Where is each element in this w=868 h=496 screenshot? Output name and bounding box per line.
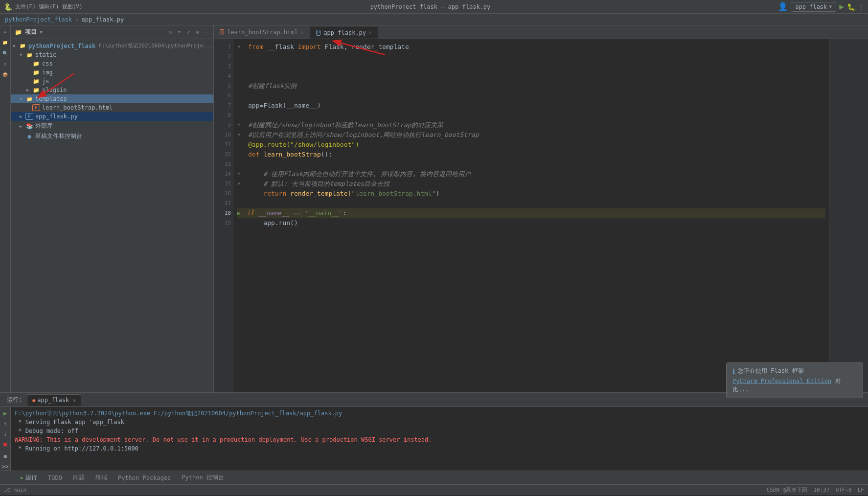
code-line-5: #创建flask实例 xyxy=(237,81,825,91)
tree-plugsin[interactable]: ▶ 📁 plugsin xyxy=(11,86,213,94)
status-time: 10:37 xyxy=(814,487,830,493)
sidebar-icon-3[interactable]: 🔍 xyxy=(1,49,10,58)
run-config-name: app_flask xyxy=(795,3,827,10)
run-config-arrow: ▼ xyxy=(829,4,832,9)
line-numbers: 1 2 3 4 5 6 7 8 9 10 11 12 13 14 15 16 1… xyxy=(214,39,233,392)
tab-python-console[interactable]: Python 控制台 xyxy=(177,472,229,484)
project-panel: 📁 项目 ▼ ⊕ ≡ ⤢ ⚙ − ▼ 📁 pythonProject_flask… xyxy=(11,25,214,392)
code-line-8 xyxy=(237,111,825,120)
expand-btn[interactable]: ⤢ xyxy=(185,28,192,36)
title-view: 视图(V) xyxy=(62,3,83,10)
tab-app-flask-label: app_flask.py xyxy=(323,29,366,36)
run-label: 运行: xyxy=(4,394,25,406)
sidebar-icon-5[interactable]: 📦 xyxy=(1,70,10,79)
tree-static[interactable]: ▼ 📁 static xyxy=(11,50,213,59)
tab-learn-bootstrap-close[interactable]: × xyxy=(301,30,304,35)
run-button[interactable]: ▶ xyxy=(839,2,844,11)
run-tab-app-flask[interactable]: ● app_flask × xyxy=(27,394,81,406)
breadcrumb-project[interactable]: pythonProject_flask xyxy=(5,16,72,23)
code-line-3 xyxy=(237,62,825,71)
tree-draft[interactable]: ● 草稿文件和控制台 xyxy=(11,131,213,141)
minimap: if __name__ == '__main__' xyxy=(829,39,868,392)
scope-btn[interactable]: ⊕ xyxy=(167,28,173,36)
bottom-tabs-bar: ▶ 运行 TODO 问题 终端 Python Packages Python 控… xyxy=(0,471,868,484)
notif-link[interactable]: PyCharm Professional Edition xyxy=(732,378,831,384)
code-line-9: ⚡ #创建网址/show/loginboot和函数learn_bootStrap… xyxy=(237,120,825,130)
tab-run[interactable]: ▶ 运行 xyxy=(16,472,42,484)
sidebar-icon-2[interactable]: 📁 xyxy=(1,38,10,47)
code-line-17 xyxy=(237,199,825,208)
sidebar-icons: ≡ 📁 🔍 ⚙ 📦 xyxy=(0,25,11,392)
user-icon[interactable]: 👤 xyxy=(778,2,788,11)
sidebar-icon-4[interactable]: ⚙ xyxy=(1,60,10,68)
breadcrumb: pythonProject_flask › app_flask.py xyxy=(0,14,868,25)
console-line-3: * Debug mode: off xyxy=(15,427,864,435)
notif-title-text: 您正在使用 Flask 框架 xyxy=(738,367,804,375)
breadcrumb-file[interactable]: app_flask.py xyxy=(82,16,124,23)
tab-python-packages[interactable]: Python Packages xyxy=(113,473,176,483)
tab-learn-bootstrap[interactable]: H learn_bootStrap.html × xyxy=(214,26,310,39)
tree-app-flask[interactable]: ▶ P app_flask.py xyxy=(11,112,213,121)
console-line-4: WARNING: This is a development server. D… xyxy=(15,435,864,444)
titlebar-left: 🐍 文件(F) 编辑(E) 视图(V) xyxy=(4,3,83,11)
title-edit: 编辑(E) xyxy=(39,3,59,10)
notification-popup: ℹ 您正在使用 Flask 框架 PyCharm Professional Ed… xyxy=(726,362,863,398)
scroll-up-btn[interactable]: ↑ xyxy=(0,419,11,428)
code-line-6 xyxy=(237,91,825,101)
settings-btn[interactable]: ⚙ xyxy=(195,28,201,36)
code-line-14: ⚡ # 使用Flask内部会自动打开这个文件, 并读取内容, 将内容返回给用户 xyxy=(237,169,825,179)
code-line-7: app=Flask(__name__) xyxy=(237,101,825,111)
status-left: ⎇ main xyxy=(4,487,26,493)
status-git: ⎇ main xyxy=(4,487,26,493)
code-line-10: ⚡ #以后用户在浏览器上访问/show/loginboot,网站自动执行lear… xyxy=(237,130,825,140)
editor-content: 1 2 3 4 5 6 7 8 9 10 11 12 13 14 15 16 1… xyxy=(214,39,868,392)
tree-css[interactable]: 📁 css xyxy=(11,59,213,68)
stop-btn[interactable]: ■ xyxy=(0,440,11,448)
project-folder-icon: 📁 xyxy=(15,29,22,36)
code-line-11: @app.route("/show/loginboot") xyxy=(237,140,825,150)
console-line-5: * Running on http://127.0.0.1:5000 xyxy=(15,444,864,453)
run-green-btn[interactable]: ▶ xyxy=(0,409,11,417)
tree-templates[interactable]: ▼ 📁 templates xyxy=(11,94,213,103)
main-layout: ≡ 📁 🔍 ⚙ 📦 📁 项目 ▼ ⊕ ≡ ⤢ ⚙ − ▼ 📁 pythonPro… xyxy=(0,25,868,392)
more-run-btn[interactable]: >> xyxy=(0,462,11,471)
run-tab-close[interactable]: × xyxy=(73,398,76,403)
code-line-16: return render_template("learn_bootStrap.… xyxy=(237,189,825,199)
sidebar-icon-1[interactable]: ≡ xyxy=(1,27,10,36)
project-title: 项目 xyxy=(25,28,37,36)
tree-root[interactable]: ▼ 📁 pythonProject_flask F:\python笔记20210… xyxy=(11,41,213,50)
code-line-18: ▶ if __name__ == '__main__': xyxy=(237,208,825,218)
tree-external-libs[interactable]: ▶ 📚 外部库 xyxy=(11,121,213,131)
tree-learn-bootstrap[interactable]: H learn_bootStrap.html xyxy=(11,103,213,112)
fold-btn[interactable]: ≡ xyxy=(176,28,182,36)
console-line-1: F:\python学习\python3.7.2024\python.exe F:… xyxy=(15,409,864,418)
scroll-down-btn[interactable]: ↓ xyxy=(0,429,11,438)
code-line-4 xyxy=(237,71,825,81)
tab-todo[interactable]: TODO xyxy=(43,473,67,483)
code-line-2 xyxy=(237,52,825,62)
titlebar-title: pythonProject_flask – app_flask.py xyxy=(370,3,491,10)
app-icon: 🐍 xyxy=(4,3,12,11)
more-button[interactable]: ⋮ xyxy=(858,3,864,10)
code-line-15: ⚡ # 默认: 去当前项目的templates目录去找 xyxy=(237,179,825,189)
tab-app-flask-close[interactable]: × xyxy=(369,30,372,35)
run-tab-name: app_flask xyxy=(37,397,69,404)
bottom-run-layout: ▶ ↑ ↓ ■ ≡ >> F:\python学习\python3.7.2024\… xyxy=(0,407,868,471)
minimize-btn[interactable]: − xyxy=(204,28,209,36)
status-bar: ⎇ main CSDN·@菖次下面 10:37 UTF-8 LF xyxy=(0,484,868,495)
tab-problems[interactable]: 问题 xyxy=(68,472,90,484)
wrap-btn[interactable]: ≡ xyxy=(0,452,11,460)
titlebar: 🐍 文件(F) 编辑(E) 视图(V) pythonProject_flask … xyxy=(0,0,868,14)
toolbar-dropdown[interactable]: ▼ xyxy=(40,29,43,35)
debug-button[interactable]: 🐛 xyxy=(847,3,855,11)
notif-icon: ℹ xyxy=(732,367,735,375)
status-line-ending: LF xyxy=(858,487,864,493)
tab-app-flask[interactable]: P app_flask.py × xyxy=(310,26,378,39)
tree-img[interactable]: 📁 img xyxy=(11,68,213,77)
tab-terminal[interactable]: 终端 xyxy=(91,472,112,484)
code-line-13 xyxy=(237,159,825,169)
code-area[interactable]: ⚡ from __flask import Flask, render_temp… xyxy=(233,39,829,392)
bottom-area: 运行: ● app_flask × ▶ ↑ ↓ ■ ≡ >> F:\python… xyxy=(0,392,868,471)
tree-js[interactable]: 📁 js xyxy=(11,77,213,86)
left-run-icons: ▶ ↑ ↓ ■ ≡ >> xyxy=(0,407,11,471)
